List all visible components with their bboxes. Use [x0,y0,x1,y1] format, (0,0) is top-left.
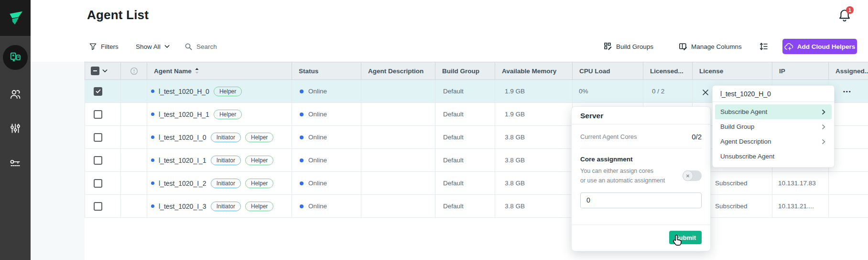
row-checkbox[interactable] [94,179,102,188]
online-dot [300,136,304,139]
sidebar-item-settings[interactable] [0,115,31,142]
info-icon [130,67,138,75]
status-text: Online [308,203,327,210]
cell-memory: 1.9 GB [495,80,573,102]
column-label: Agent Description [368,68,423,75]
cell-name: l_test_1020_H_1Helper [147,103,292,125]
license-key-icon [9,157,22,169]
cell-memory: 3.8 GB [495,172,573,194]
cell-description [361,126,435,148]
popup-title: Server [572,107,710,124]
cell-select [85,172,121,194]
cores-input[interactable] [580,192,702,208]
filter-funnel-icon [89,43,97,51]
row-checkbox[interactable] [94,156,102,165]
manage-columns-button[interactable]: Manage Columns [679,38,742,55]
status-text: Online [308,111,327,118]
table-row[interactable]: l_test_1020_I_3InitiatorHelperOnlineDefa… [85,195,868,218]
cell-status: Online [292,80,361,102]
column-header-name[interactable]: Agent Name [147,62,292,79]
column-label: Licensed... [650,68,684,75]
build-groups-label: Build Groups [616,43,653,50]
cell-info [121,195,147,217]
cell-assigned [829,103,868,125]
sidebar-item-agents[interactable] [0,44,31,71]
row-checkbox[interactable] [94,133,102,142]
initiator-badge: Initiator [211,202,241,211]
notification-badge: 1 [846,6,854,14]
menu-item-build-group[interactable]: Build Group [715,119,832,134]
cell-status: Online [292,172,361,194]
cell-licensed: 0 / 2 [643,80,693,102]
add-cloud-helpers-button[interactable]: Add Cloud Helpers [782,39,857,54]
column-label: Build Group [442,68,479,75]
select-menu-chevron-icon[interactable] [102,69,108,73]
initiator-badge: Initiator [211,179,241,188]
agent-status-dot [151,204,154,208]
cell-assigned [829,126,868,148]
helper-badge: Helper [245,179,273,188]
sort-ascending-icon[interactable] [195,68,199,74]
divider [580,148,702,148]
auto-assign-toggle[interactable]: ✕ [683,170,702,181]
status-text: Online [308,134,327,141]
cell-status: Online [292,149,361,171]
search-button[interactable]: Search [184,38,217,55]
settings-sliders-icon [9,122,22,135]
cell-memory: 3.8 GB [495,126,573,148]
column-label: IP [779,68,785,75]
cell-description [361,80,435,102]
cell-build_group: Default [435,126,495,148]
row-actions-menu[interactable]: ••• [829,80,868,102]
agent-status-dot [151,136,154,139]
agent-name: l_test_1020_H_1 [159,111,209,118]
sidebar-item-licenses[interactable] [0,149,31,176]
column-header-status: Status [292,62,361,79]
filters-button[interactable]: Filters [89,38,119,55]
column-header-build_group: Build Group [435,62,495,79]
sidebar-item-users[interactable] [0,81,31,108]
show-all-dropdown[interactable]: Show All [136,38,170,55]
online-dot [300,181,304,185]
column-header-description: Agent Description [361,62,435,79]
cell-status: Online [292,195,361,217]
close-core-panel-button[interactable] [701,88,710,97]
menu-item-agent-description[interactable]: Agent Description [715,134,832,149]
chevron-down-icon [164,45,170,48]
helper-badge: Helper [214,110,242,119]
cell-name: l_test_1020_I_0InitiatorHelper [147,126,292,148]
notifications-button[interactable]: 1 [837,8,857,27]
cell-build_group: Default [435,172,495,194]
build-groups-button[interactable]: Build Groups [604,38,653,55]
menu-item-unsubscribe-agent[interactable]: Unsubscribe Agent [715,149,832,164]
row-density-button[interactable] [759,38,769,55]
row-checkbox[interactable] [94,87,102,96]
cell-description [361,149,435,171]
cell-name: l_test_1020_I_3InitiatorHelper [147,195,292,217]
table-row[interactable]: l_test_1020_I_2InitiatorHelperOnlineDefa… [85,172,868,195]
select-all-checkbox[interactable] [91,67,99,75]
search-label: Search [196,43,217,50]
column-label: License [699,68,723,75]
submit-button[interactable]: Submit [669,231,702,244]
agent-status-dot [151,181,154,185]
check-icon [96,89,101,93]
cell-info [121,126,147,148]
initiator-badge: Initiator [211,156,241,165]
column-label: Agent Name [154,68,192,75]
agents-icon [3,45,28,70]
show-all-label: Show All [136,43,161,50]
cell-assigned [829,149,868,171]
cell-memory: 3.8 GB [495,195,573,217]
helper-badge: Helper [214,87,242,96]
online-dot [300,204,304,208]
menu-item-subscribe-agent[interactable]: Subscribe Agent [715,104,832,119]
row-checkbox[interactable] [94,110,102,119]
row-checkbox[interactable] [94,202,102,211]
cell-build_group: Default [435,103,495,125]
helper-badge: Helper [245,202,273,211]
chevron-right-icon [821,139,826,145]
cell-build_group: Default [435,149,495,171]
sidebar [0,0,31,260]
cell-status: Online [292,126,361,148]
